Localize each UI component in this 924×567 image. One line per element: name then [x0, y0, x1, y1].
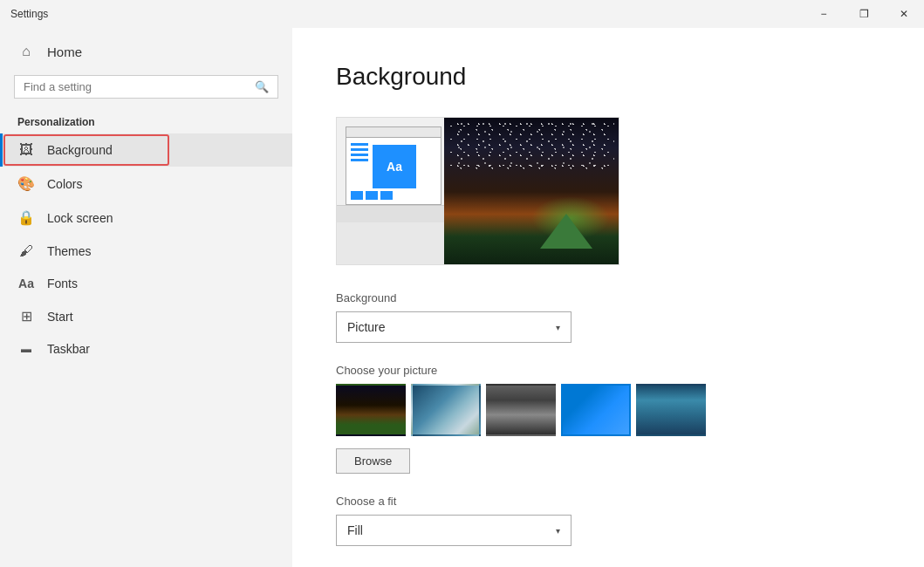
preview-tile-1: [351, 191, 363, 200]
fit-dropdown-arrow-icon: ▾: [556, 526, 560, 536]
background-preview: Aa: [336, 117, 619, 265]
search-icon: 🔍: [255, 80, 269, 93]
preview-aa-box: Aa: [373, 145, 416, 188]
choose-fit-label: Choose a fit: [336, 495, 880, 508]
picture-grid: [336, 384, 880, 436]
app-title: Settings: [10, 8, 48, 20]
preview-window: Aa: [346, 126, 441, 205]
picture-thumb-4[interactable]: [561, 384, 631, 436]
search-box[interactable]: 🔍: [14, 75, 278, 99]
picture-thumb-1[interactable]: [336, 384, 406, 436]
preview-wallpaper: [444, 118, 619, 265]
minimize-button[interactable]: −: [804, 0, 844, 28]
page-title: Background: [336, 63, 880, 91]
sidebar-label-taskbar: Taskbar: [47, 342, 90, 356]
preview-tent: [540, 214, 592, 249]
main-content: Background Aa: [292, 28, 924, 567]
sidebar-item-start[interactable]: ⊞ Start: [0, 299, 292, 333]
fit-dropdown[interactable]: Fill ▾: [336, 515, 572, 546]
window-controls: − ❐ ✕: [804, 0, 924, 28]
sidebar-label-background: Background: [47, 143, 113, 157]
picture-thumb-5[interactable]: [636, 384, 706, 436]
fit-dropdown-value: Fill: [347, 523, 363, 537]
preview-stars: [448, 122, 614, 174]
sidebar-home-label: Home: [47, 44, 82, 59]
sidebar-label-colors: Colors: [47, 177, 82, 191]
preview-tile-3: [380, 191, 393, 200]
sidebar-label-lock-screen: Lock screen: [47, 211, 113, 225]
preview-bottom-tiles: [351, 191, 393, 200]
background-icon: 🖼: [17, 142, 35, 158]
background-dropdown[interactable]: Picture ▾: [336, 311, 572, 343]
taskbar-icon: ▬: [17, 343, 35, 355]
sidebar-item-taskbar[interactable]: ▬ Taskbar: [0, 333, 292, 365]
picture-thumb-2[interactable]: [411, 384, 481, 436]
background-dropdown-label: Background: [336, 291, 880, 304]
fonts-icon: Aa: [17, 277, 35, 290]
browse-button[interactable]: Browse: [336, 448, 410, 474]
sidebar-label-themes: Themes: [47, 244, 92, 258]
start-icon: ⊞: [17, 308, 35, 324]
sidebar-item-themes[interactable]: 🖌 Themes: [0, 235, 292, 268]
sidebar: ⌂ Home 🔍 Personalization 🖼 Background 🎨 …: [0, 28, 292, 567]
home-icon: ⌂: [17, 44, 35, 59]
picture-thumb-3[interactable]: [486, 384, 556, 436]
sidebar-item-home[interactable]: ⌂ Home: [0, 35, 292, 68]
dropdown-value: Picture: [347, 320, 386, 334]
preview-strip-3: [351, 154, 368, 156]
search-input[interactable]: [24, 80, 248, 93]
sidebar-item-lock-screen[interactable]: 🔒 Lock screen: [0, 201, 292, 235]
sidebar-label-fonts: Fonts: [47, 277, 78, 290]
sidebar-label-start: Start: [47, 310, 73, 324]
app-body: ⌂ Home 🔍 Personalization 🖼 Background 🎨 …: [0, 28, 924, 567]
preview-strip-1: [351, 143, 368, 146]
preview-side-strips: [351, 143, 368, 161]
lock-screen-icon: 🔒: [17, 209, 35, 226]
themes-icon: 🖌: [17, 243, 35, 259]
preview-strip-4: [351, 159, 368, 161]
choose-picture-label: Choose your picture: [336, 364, 880, 377]
titlebar: Settings − ❐ ✕: [0, 0, 924, 28]
sidebar-item-background[interactable]: 🖼 Background: [0, 133, 292, 167]
sidebar-item-colors[interactable]: 🎨 Colors: [0, 167, 292, 201]
preview-window-titlebar: [346, 127, 441, 138]
close-button[interactable]: ✕: [884, 0, 924, 28]
colors-icon: 🎨: [17, 175, 35, 192]
preview-strip-2: [351, 148, 368, 151]
dropdown-arrow-icon: ▾: [556, 323, 560, 332]
sidebar-section-title: Personalization: [0, 106, 292, 133]
sidebar-item-fonts[interactable]: Aa Fonts: [0, 268, 292, 299]
preview-tent-shape: [540, 214, 592, 249]
maximize-button[interactable]: ❐: [844, 0, 884, 28]
preview-tile-2: [366, 191, 378, 200]
